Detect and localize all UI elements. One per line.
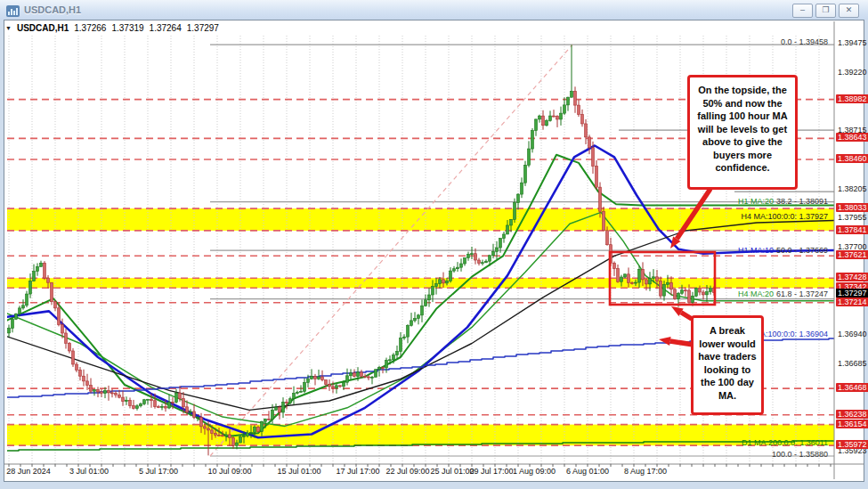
time-scale[interactable] — [4, 464, 832, 480]
annotation-arrowhead — [659, 337, 671, 346]
quote-open: 1.37266 — [74, 23, 106, 33]
chart-svg[interactable] — [0, 0, 868, 489]
quote-close: 1.37297 — [187, 23, 219, 33]
application-window: USDCAD,H1 – ❐ ✕ ▼ USDCAD,H1 1.37266 1.37… — [0, 0, 868, 489]
quote-bar: ▼ USDCAD,H1 1.37266 1.37319 1.37264 1.37… — [5, 23, 219, 33]
price-scale[interactable] — [835, 21, 864, 462]
quote-low: 1.37264 — [150, 23, 182, 33]
swing-area-zone — [7, 208, 834, 231]
quote-high: 1.37319 — [111, 23, 143, 33]
annotation-topside: On the topside, the 50% and now the fall… — [687, 75, 798, 190]
symbol-arrow-icon: ▼ — [5, 23, 12, 33]
annotation-downside: A break lower would have traders looking… — [691, 315, 764, 415]
quote-symbol: USDCAD,H1 — [17, 23, 69, 33]
